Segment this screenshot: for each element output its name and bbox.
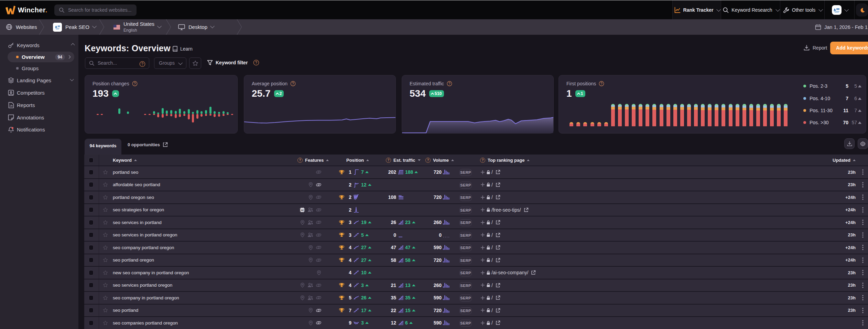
svg-text:AI: AI (301, 209, 304, 212)
